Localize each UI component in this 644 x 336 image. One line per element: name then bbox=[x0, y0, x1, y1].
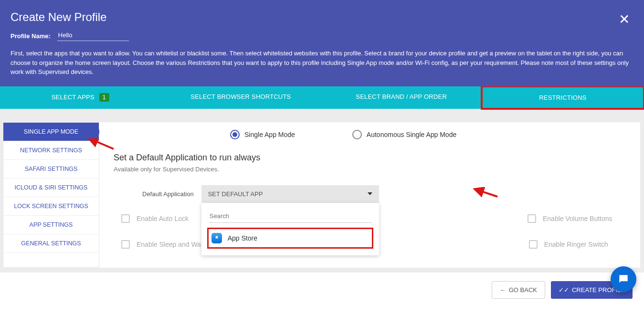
sidebar-item-app-settings[interactable]: APP SETTINGS bbox=[3, 216, 99, 234]
dropdown-toggle[interactable]: SET DEFAULT APP bbox=[201, 185, 379, 203]
check-label: Enable Ringer Switch bbox=[544, 241, 608, 248]
chevron-down-icon bbox=[368, 192, 372, 195]
tabs: SELECT APPS 1 SELECT BROWSER SHORTCUTS S… bbox=[0, 86, 644, 109]
check-label: Enable Volume Buttons bbox=[543, 215, 612, 222]
page-title: Create New Profile bbox=[11, 10, 633, 24]
annotation-arrow-dropdown bbox=[472, 187, 500, 199]
tab-browser-shortcuts[interactable]: SELECT BROWSER SHORTCUTS bbox=[160, 86, 321, 109]
radio-group-mode: Single App Mode Autonomous Single App Mo… bbox=[230, 130, 626, 139]
dropdown-search-input[interactable] bbox=[209, 210, 372, 223]
sidebar-item-safari[interactable]: SAFARI SETTINGS bbox=[3, 160, 99, 178]
checkbox-icon bbox=[528, 214, 536, 223]
radio-label: Autonomous Single App Mode bbox=[367, 131, 456, 138]
close-icon[interactable]: ✕ bbox=[619, 11, 630, 27]
radio-label: Single App Mode bbox=[244, 131, 295, 138]
tab-badge: 1 bbox=[99, 93, 109, 102]
tab-select-apps[interactable]: SELECT APPS 1 bbox=[0, 86, 160, 109]
checkbox-icon bbox=[121, 214, 130, 223]
check-ringer-switch[interactable]: Enable Ringer Switch bbox=[529, 240, 608, 249]
check-sleep-wake[interactable]: Enable Sleep and Wake bbox=[121, 240, 208, 249]
tab-restrictions[interactable]: RESTRICTIONS bbox=[481, 85, 644, 110]
sidebar-item-single-app-mode[interactable]: SINGLE APP MODE bbox=[3, 123, 99, 141]
check-auto-lock[interactable]: Enable Auto Lock bbox=[121, 214, 189, 223]
annotation-arrow-sidebar bbox=[85, 138, 118, 153]
check-label: Enable Auto Lock bbox=[137, 215, 189, 222]
app-store-icon bbox=[211, 233, 222, 243]
tab-brand-order[interactable]: SELECT BRAND / APP ORDER bbox=[321, 86, 482, 109]
radio-autonomous-mode[interactable]: Autonomous Single App Mode bbox=[352, 130, 456, 139]
profile-name-row: Profile Name: bbox=[11, 31, 633, 41]
header: Create New Profile ✕ Profile Name: First… bbox=[0, 0, 644, 86]
check-all-icon: ✓✓ bbox=[559, 286, 569, 294]
profile-name-label: Profile Name: bbox=[11, 32, 51, 40]
body: SINGLE APP MODE NETWORK SETTINGS SAFARI … bbox=[0, 109, 644, 273]
svg-line-0 bbox=[89, 138, 114, 149]
section-title: Set a Default Application to run always bbox=[114, 153, 626, 163]
checkbox-icon bbox=[121, 240, 130, 249]
radio-single-app-mode[interactable]: Single App Mode bbox=[230, 130, 295, 139]
go-back-button[interactable]: ← GO BACK bbox=[492, 281, 545, 299]
dropdown-placeholder: SET DEFAULT APP bbox=[208, 190, 263, 198]
dropdown-option-app-store[interactable]: App Store bbox=[207, 228, 373, 249]
content: Single App Mode Autonomous Single App Mo… bbox=[99, 122, 640, 268]
footer: ← GO BACK ✓✓ CREATE PROFILE bbox=[0, 273, 644, 307]
radio-icon bbox=[352, 130, 362, 139]
dropdown-panel: App Store bbox=[201, 203, 379, 255]
default-app-dropdown: SET DEFAULT APP App Store bbox=[201, 185, 379, 203]
check-label: Enable Sleep and Wake bbox=[137, 241, 208, 248]
dropdown-option-label: App Store bbox=[228, 234, 257, 242]
button-label: GO BACK bbox=[509, 286, 537, 294]
sidebar-item-network[interactable]: NETWORK SETTINGS bbox=[3, 141, 99, 160]
tab-label: SELECT APPS bbox=[52, 94, 95, 101]
chat-icon bbox=[617, 273, 630, 285]
radio-icon bbox=[230, 130, 240, 139]
default-app-label: Default Application bbox=[142, 190, 194, 198]
checkbox-icon bbox=[529, 240, 538, 249]
check-volume-buttons[interactable]: Enable Volume Buttons bbox=[528, 214, 612, 223]
sidebar-item-general[interactable]: GENERAL SETTINGS bbox=[3, 234, 99, 253]
default-app-row: Default Application SET DEFAULT APP App … bbox=[142, 185, 626, 203]
svg-line-1 bbox=[475, 189, 497, 197]
header-description: First, select the apps that you want to … bbox=[11, 49, 633, 77]
chat-widget-button[interactable] bbox=[611, 266, 636, 292]
section-subtitle: Available only for Supervised Devices. bbox=[114, 166, 626, 173]
arrow-left-icon: ← bbox=[500, 286, 506, 294]
profile-name-input[interactable] bbox=[57, 31, 129, 41]
sidebar-item-lock-screen[interactable]: LOCK SCREEN SETTINGS bbox=[3, 197, 99, 216]
sidebar-item-icloud-siri[interactable]: ICLOUD & SIRI SETTINGS bbox=[3, 178, 99, 197]
